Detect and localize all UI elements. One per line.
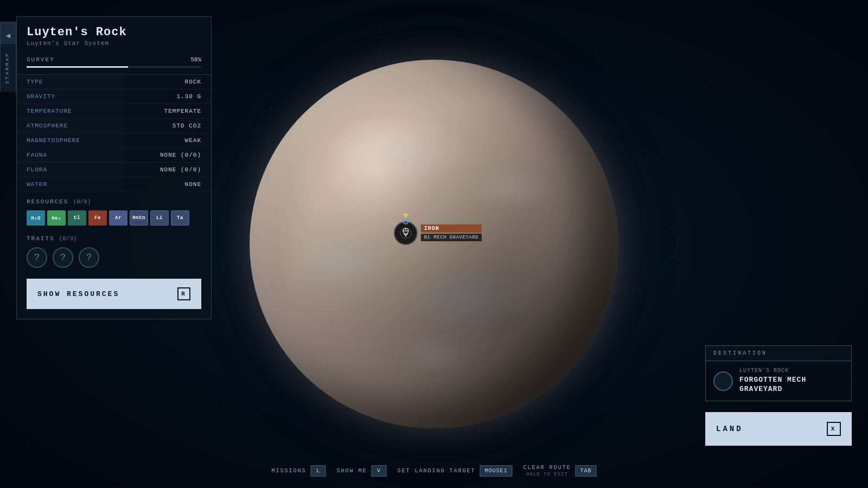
show-resources-key-badge: R [177,287,190,300]
stat-label-flora: FLORA [17,163,124,177]
stat-label-magnetosphere: MAGNETOSPHERE [17,133,124,148]
poi-label-group: IRON B1 MECH GRAVEYARD [421,224,482,241]
resource-chip-ar: Ar [109,210,127,226]
chevron-left-icon: ◀ [6,31,10,40]
stat-label-gravity: GRAVITY [17,89,124,104]
table-row: FAUNA NONE (0/0) [17,148,211,163]
stat-value-water: NONE [124,177,211,192]
traits-title: TRAITS [27,235,55,242]
planet-name: Luyten's Rock [27,25,201,39]
clear-route-sublabel: HOLD TO EXIT [526,472,568,477]
survey-bar-fill [27,66,128,68]
survey-bar-bg [27,66,201,68]
show-me-key[interactable]: V [371,465,386,477]
missions-key[interactable]: L [310,465,326,477]
bottom-action-clear-route: CLEAR ROUTE HOLD TO EXIT TAB [524,465,597,477]
stats-table: TYPE ROCK GRAVITY 1.30 G TEMPERATURE TEM… [17,75,211,192]
destination-panel: DESTINATION LUYTEN'S ROCK FORGOTTEN MECH… [705,345,852,401]
stat-label-type: TYPE [17,75,124,89]
star-system: Luyten's Star System [27,40,201,47]
stat-label-temperature: TEMPERATURE [17,104,124,119]
resource-chip-li: Li [150,210,169,226]
trait-chip-1[interactable]: ? [27,247,47,268]
survey-label: SURVEY [27,56,55,63]
land-key-badge: X [827,422,841,436]
poi-nav-arrow [403,214,409,218]
resource-chip-fe: Fe [88,210,107,226]
clear-route-group: CLEAR ROUTE HOLD TO EXIT [524,465,571,477]
resource-chip-hncn: HnCn [130,210,148,226]
destination-body: LUYTEN'S ROCK FORGOTTEN MECH GRAVEYARD [705,361,852,401]
destination-planet-icon [713,371,733,391]
resource-chip-h2o: H₂O [27,210,45,226]
clear-route-key[interactable]: TAB [576,465,597,477]
destination-location-name: FORGOTTEN MECH GRAVEYARD [739,376,844,394]
traits-header: TRAITS (0/3) [27,235,201,242]
table-row: TEMPERATURE TEMPERATE [17,104,211,119]
resource-chip-ta: Ta [171,210,189,226]
land-button[interactable]: LAND X [705,412,852,446]
poi-marker[interactable]: IRON B1 MECH GRAVEYARD [394,221,482,245]
resources-count: (0/8) [73,198,91,205]
starmap-label[interactable]: STARMAP [0,43,16,92]
poi-nav-dot-circle [403,219,409,224]
resources-title: RESOURCES [27,198,68,205]
land-btn-container: LAND X [705,412,852,446]
survey-percentage: 58% [190,56,201,63]
poi-icon [394,221,418,245]
left-panel: Luyten's Rock Luyten's Star System SURVE… [16,16,212,319]
table-row: WATER NONE [17,177,211,192]
planet-container: IRON B1 MECH GRAVEYARD [250,60,618,428]
bottom-action-missions: MISSIONS L [271,465,326,477]
stat-value-fauna: NONE (0/0) [124,148,211,163]
trait-chip-3[interactable]: ? [79,247,99,268]
traits-count: (0/3) [59,235,77,242]
poi-resource-badge: IRON [421,224,482,233]
trait-chips: ? ? ? [27,247,201,268]
bottom-action-landing-target: SET LANDING TARGET MOUSE1 [397,465,512,477]
resources-header: RESOURCES (0/8) [27,198,201,205]
stat-value-flora: NONE (0/0) [124,163,211,177]
show-resources-button[interactable]: SHOW RESOURCES R [27,279,201,309]
stat-value-gravity: 1.30 G [124,89,211,104]
destination-planet-name: LUYTEN'S ROCK [739,368,844,374]
table-row: FLORA NONE (0/0) [17,163,211,177]
show-me-label: SHOW ME [336,468,367,474]
landing-target-label: SET LANDING TARGET [397,468,475,474]
panel-header: Luyten's Rock Luyten's Star System [17,17,211,52]
table-row: ATMOSPHERE STD CO2 [17,119,211,133]
show-resources-label: SHOW RESOURCES [37,290,119,298]
stat-label-fauna: FAUNA [17,148,124,163]
poi-name-badge: B1 MECH GRAVEYARD [421,234,482,241]
stat-value-magnetosphere: WEAK [124,133,211,148]
landing-target-key[interactable]: MOUSE1 [480,465,513,477]
survey-section: SURVEY 58% [17,52,211,75]
resources-section: RESOURCES (0/8) H₂O He₃ Cl Fe Ar HnCn Li… [17,192,211,229]
stat-label-water: WATER [17,177,124,192]
bottom-bar: MISSIONS L SHOW ME V SET LANDING TARGET … [271,465,596,477]
clear-route-label: CLEAR ROUTE [524,465,571,471]
stat-label-atmosphere: ATMOSPHERE [17,119,124,133]
stat-value-type: ROCK [124,75,211,89]
stat-value-atmosphere: STD CO2 [124,119,211,133]
table-row: TYPE ROCK [17,75,211,89]
destination-header: DESTINATION [705,345,852,361]
table-row: MAGNETOSPHERE WEAK [17,133,211,148]
trait-chip-2[interactable]: ? [53,247,73,268]
missions-label: MISSIONS [271,468,306,474]
resource-chips: H₂O He₃ Cl Fe Ar HnCn Li Ta [27,210,201,226]
traits-section: TRAITS (0/3) ? ? ? [17,229,211,271]
resource-chip-he3: He₃ [47,210,66,226]
planet: IRON B1 MECH GRAVEYARD [250,60,618,428]
table-row: GRAVITY 1.30 G [17,89,211,104]
poi-nav-indicator [403,214,409,224]
bottom-action-show-me: SHOW ME V [336,465,386,477]
destination-info: LUYTEN'S ROCK FORGOTTEN MECH GRAVEYARD [739,368,844,394]
stat-value-temperature: TEMPERATE [124,104,211,119]
resource-chip-cl: Cl [68,210,86,226]
land-label: LAND [716,425,743,433]
